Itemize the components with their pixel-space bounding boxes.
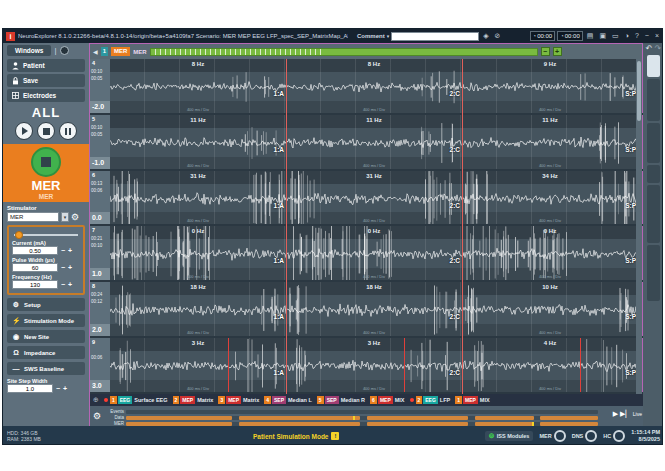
close-icon[interactable]: × [653, 30, 661, 42]
minimize-icon[interactable]: − [643, 30, 651, 42]
parameter-input[interactable] [12, 280, 58, 289]
trace-cell[interactable]: 3 Hz 2:C 400 ms / Div [286, 338, 462, 392]
trace-row: 5 00:10 00:05 -1.0 11 Hz 1:A 400 ms / Di… [90, 115, 644, 171]
montage-tab[interactable]: 2 MEP Matrix [173, 396, 214, 404]
decrement-icon[interactable]: − [56, 385, 60, 392]
row-depth-value: -1.0 [90, 157, 110, 169]
play-button[interactable] [15, 122, 33, 140]
trace-cell[interactable]: 10 Hz S:P 400 ms / Div [462, 282, 638, 336]
montage-tab[interactable]: 3 MEP Matrix [218, 396, 259, 404]
montage-tab[interactable]: 5 SEP Median R [317, 396, 365, 404]
undo-icon[interactable]: ↶ [646, 44, 653, 53]
gear-icon[interactable]: ⚙ [71, 212, 79, 222]
stop-button[interactable] [37, 122, 55, 140]
pin-icon[interactable]: ◈ [481, 30, 490, 42]
montage-add-icon[interactable]: ⊕ [93, 396, 99, 404]
trace-cell[interactable]: 31 Hz 2:C 400 ms / Div [286, 171, 462, 225]
current-slider[interactable] [12, 230, 80, 238]
decrement-icon[interactable]: − [61, 281, 65, 288]
workspace-tab[interactable] [647, 245, 660, 301]
trace-cell[interactable]: 9 Hz S:P 400 ms / Div [462, 59, 638, 113]
mer-waveform [286, 226, 462, 280]
increment-icon[interactable]: + [63, 385, 67, 392]
drive-depth-bar[interactable] [150, 48, 538, 56]
decrement-icon[interactable]: − [61, 264, 65, 271]
increment-icon[interactable]: + [68, 264, 72, 271]
montage-tab-type: EEG [118, 396, 133, 404]
increment-icon[interactable]: + [68, 247, 72, 254]
trace-cell[interactable]: 0 Hz 2:C 400 ms / Div [286, 226, 462, 280]
sidebar-action-button[interactable]: — SWS Baseline [7, 362, 85, 375]
windows-button[interactable]: Windows [7, 45, 51, 56]
row-number: 9 [92, 339, 95, 345]
patient-button[interactable]: Patient [7, 59, 85, 72]
record-stop-button[interactable] [31, 147, 61, 177]
slider-knob[interactable] [15, 231, 23, 239]
save-button[interactable]: Save [7, 74, 85, 87]
sidebar-action-button[interactable]: Ω Impedance [7, 346, 85, 359]
depth-zoom-out-button[interactable]: − [541, 47, 550, 56]
gear-icon[interactable]: ⚙ [93, 411, 101, 421]
montage-tab[interactable]: 1 MEP MIX [455, 396, 489, 404]
trace-cell[interactable]: 11 Hz 1:A 400 ms / Div [110, 115, 286, 169]
time-per-division-label: 400 ms / Div [286, 163, 462, 168]
contrast-icon[interactable]: ◑ [623, 30, 631, 42]
vertical-scrollbar[interactable] [636, 59, 642, 394]
iss-modules-chip[interactable]: ⊚ ISS Modules [485, 431, 534, 441]
person-icon [12, 62, 19, 70]
trace-cell[interactable]: 3 Hz 1:A 400 ms / Div [110, 338, 286, 392]
sidebar-action-button[interactable]: ⚙ Setup [7, 298, 85, 311]
trace-cell[interactable]: 8 Hz 2:C 400 ms / Div [286, 59, 462, 113]
montage-number-chip: 1 [101, 47, 108, 56]
timeline-track[interactable] [126, 410, 598, 414]
increment-icon[interactable]: + [68, 281, 72, 288]
back-icon[interactable]: ◀ [93, 48, 98, 55]
site-step-input[interactable] [7, 384, 53, 393]
screenshot-icon[interactable]: ▣ [597, 30, 608, 42]
trace-cell[interactable]: 8 Hz 1:A 400 ms / Div [110, 59, 286, 113]
pause-button[interactable] [59, 122, 77, 140]
timeline-track[interactable] [126, 416, 598, 420]
montage-tab[interactable]: 1 EEG Surface EEG [104, 396, 168, 404]
block-icon[interactable]: ⊘ [493, 30, 503, 42]
trace-cell[interactable]: 0 Hz 1:A 400 ms / Div [110, 226, 286, 280]
scrollbar-handle[interactable] [637, 61, 641, 121]
montage-tab[interactable]: 6 MEP MIX [370, 396, 404, 404]
trace-cell[interactable]: 0 Hz S:P 400 ms / Div [462, 226, 638, 280]
redo-icon[interactable]: ↷ [655, 44, 662, 53]
parameter-input[interactable] [12, 263, 58, 272]
trace-cell[interactable]: 31 Hz 1:A 400 ms / Div [110, 171, 286, 225]
workspace-tab[interactable] [647, 123, 660, 163]
trace-cell[interactable]: 18 Hz 1:A 400 ms / Div [110, 282, 286, 336]
sidebar-action-button[interactable]: ◉ New Site [7, 330, 85, 343]
trace-cell[interactable]: 34 Hz S:P 400 ms / Div [462, 171, 638, 225]
trace-cell[interactable]: 11 Hz 2:C 400 ms / Div [286, 115, 462, 169]
live-label: Live [633, 411, 642, 417]
play-icon[interactable]: ▶ [613, 410, 618, 418]
chevron-down-icon[interactable]: ▾ [61, 212, 69, 222]
layout-toggle-icon[interactable] [60, 46, 69, 55]
print-icon[interactable]: ▤ [585, 30, 596, 42]
montage-tab[interactable]: 4 SEP Median L [264, 396, 312, 404]
parameter-input[interactable] [12, 246, 58, 255]
workspace-tab[interactable] [647, 79, 660, 121]
workspace-tab[interactable] [647, 55, 660, 77]
decrement-icon[interactable]: − [61, 247, 65, 254]
trace-cell[interactable]: 18 Hz 2:C 400 ms / Div [286, 282, 462, 336]
trace-cell[interactable]: 4 Hz S:P 400 ms / Div [462, 338, 638, 392]
timeline-track[interactable] [126, 422, 598, 426]
workspace-tab[interactable] [647, 165, 660, 183]
skip-to-end-icon[interactable]: ▶▏ [620, 410, 631, 418]
electrodes-button[interactable]: Electrodes [7, 89, 85, 102]
trace-cell[interactable]: 11 Hz S:P 400 ms / Div [462, 115, 638, 169]
montage-tab[interactable]: 2 EEG LFP [410, 396, 451, 404]
display-icon[interactable]: ▭ [610, 30, 621, 42]
stimulator-select[interactable]: MER [7, 212, 59, 222]
comment-input[interactable] [391, 32, 479, 41]
depth-zoom-in-button[interactable]: + [553, 47, 562, 56]
recording-dot-icon [104, 398, 108, 402]
help-icon[interactable]: ? [633, 30, 641, 42]
workspace-tab[interactable] [647, 185, 660, 243]
sidebar-action-button[interactable]: ⚡ Stimulation Mode [7, 314, 85, 327]
chevron-down-icon[interactable]: ▾ [387, 33, 390, 39]
